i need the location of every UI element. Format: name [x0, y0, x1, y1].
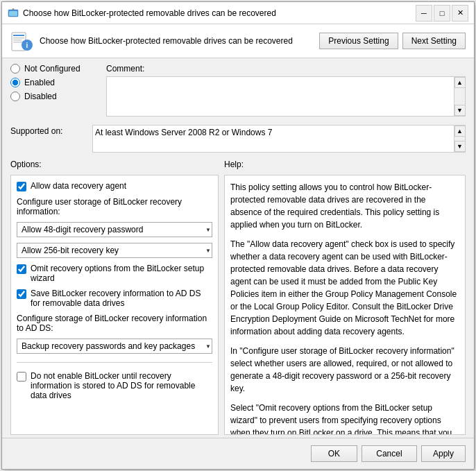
- title-bar-text: Choose how BitLocker-protected removable…: [23, 8, 411, 18]
- supported-label: Supported on:: [10, 126, 87, 136]
- checkbox-do-not-enable[interactable]: Do not enable BitLocker until recovery i…: [17, 371, 212, 400]
- dropdown-backup[interactable]: Backup recovery passwords and key packag…: [17, 339, 212, 354]
- comment-scrollbar: ▲ ▼: [454, 77, 465, 116]
- dropdown-key[interactable]: Allow 256-bit recovery key Require 256-b…: [17, 243, 212, 258]
- radio-not-configured-label: Not Configured: [24, 64, 80, 74]
- svg-point-2: [12, 8, 15, 10]
- main-panels: Options: Allow data recovery agent Confi…: [2, 157, 474, 438]
- radio-disabled-input[interactable]: [10, 92, 20, 101]
- policy-icon: i: [10, 30, 33, 52]
- supported-box: At least Windows Server 2008 R2 or Windo…: [92, 125, 466, 153]
- svg-text:i: i: [26, 42, 28, 49]
- svg-rect-6: [13, 40, 22, 41]
- configure-ad-label: Configure storage of BitLocker recovery …: [17, 314, 212, 333]
- supported-scrollbar: ▲ ▼: [454, 126, 465, 152]
- help-paragraph-4: Select "Omit recovery options from the B…: [230, 402, 459, 435]
- svg-rect-1: [9, 11, 17, 16]
- radio-disabled[interactable]: Disabled: [10, 92, 101, 101]
- svg-rect-5: [13, 37, 24, 39]
- checkbox-omit-recovery[interactable]: Omit recovery options from the BitLocker…: [17, 264, 212, 283]
- radio-group: Not Configured Enabled Disabled: [10, 64, 101, 117]
- checkbox-save-adds[interactable]: Save BitLocker recovery information to A…: [17, 289, 212, 308]
- header-buttons: Previous Setting Next Setting: [319, 33, 466, 49]
- minimize-button[interactable]: ─: [416, 5, 432, 22]
- help-panel: Help: This policy setting allows you to …: [224, 160, 466, 435]
- options-header: Options:: [10, 160, 219, 169]
- options-content: Allow data recovery agent Configure user…: [10, 175, 219, 435]
- help-header: Help:: [224, 160, 466, 169]
- help-paragraph-1: This policy setting allows you to contro…: [230, 181, 459, 231]
- header-section: i Choose how BitLocker-protected removab…: [2, 24, 474, 58]
- checkbox-allow-agent-input[interactable]: [17, 182, 26, 191]
- help-content: This policy setting allows you to contro…: [224, 175, 466, 435]
- ok-button[interactable]: OK: [311, 445, 357, 462]
- checkbox-do-not-enable-input[interactable]: [17, 372, 26, 382]
- options-divider: [17, 362, 212, 363]
- title-bar: Choose how BitLocker-protected removable…: [2, 2, 474, 24]
- radio-not-configured-input[interactable]: [10, 64, 20, 74]
- bottom-bar: OK Cancel Apply: [2, 438, 474, 469]
- radio-enabled-label: Enabled: [24, 78, 55, 87]
- dropdown-password[interactable]: Allow 48-digit recovery password Require…: [17, 222, 212, 237]
- checkbox-do-not-enable-label: Do not enable BitLocker until recovery i…: [31, 371, 212, 400]
- svg-rect-4: [13, 35, 24, 36]
- radio-not-configured[interactable]: Not Configured: [10, 64, 101, 74]
- cancel-button[interactable]: Cancel: [362, 445, 417, 462]
- radio-enabled[interactable]: Enabled: [10, 78, 101, 87]
- options-panel: Options: Allow data recovery agent Confi…: [10, 160, 219, 435]
- maximize-button[interactable]: □: [434, 5, 450, 22]
- supported-scroll-up[interactable]: ▲: [454, 126, 466, 137]
- comment-section: Comment: ▲ ▼: [106, 64, 466, 117]
- configure-user-label: Configure user storage of BitLocker reco…: [17, 197, 212, 216]
- apply-button[interactable]: Apply: [421, 445, 466, 462]
- checkbox-save-adds-input[interactable]: [17, 289, 26, 299]
- radio-enabled-input[interactable]: [10, 78, 20, 87]
- dropdown-backup-wrapper: Backup recovery passwords and key packag…: [17, 339, 212, 354]
- comment-box: ▲ ▼: [106, 76, 466, 117]
- help-paragraph-2: The "Allow data recovery agent" check bo…: [230, 238, 459, 338]
- radio-disabled-label: Disabled: [24, 92, 57, 101]
- previous-setting-button[interactable]: Previous Setting: [319, 33, 398, 49]
- checkbox-omit-recovery-input[interactable]: [17, 264, 26, 274]
- comment-scroll-down[interactable]: ▼: [454, 105, 466, 116]
- checkbox-allow-agent-label: Allow data recovery agent: [31, 181, 126, 191]
- close-button[interactable]: ✕: [452, 5, 468, 22]
- supported-section: Supported on: At least Windows Server 20…: [2, 122, 474, 157]
- title-bar-controls: ─ □ ✕: [416, 5, 468, 22]
- comment-label: Comment:: [106, 64, 466, 74]
- next-setting-button[interactable]: Next Setting: [402, 33, 466, 49]
- header-text: Choose how BitLocker-protected removable…: [40, 36, 312, 46]
- supported-scroll-down[interactable]: ▼: [454, 141, 466, 152]
- checkbox-allow-agent[interactable]: Allow data recovery agent: [17, 181, 212, 191]
- help-paragraph-3: In "Configure user storage of BitLocker …: [230, 345, 459, 395]
- supported-text: At least Windows Server 2008 R2 or Windo…: [95, 128, 272, 137]
- checkbox-save-adds-label: Save BitLocker recovery information to A…: [31, 289, 212, 308]
- main-dialog: Choose how BitLocker-protected removable…: [1, 1, 475, 470]
- title-bar-icon: [8, 8, 19, 19]
- dropdown-key-wrapper: Allow 256-bit recovery key Require 256-b…: [17, 243, 212, 258]
- top-section: Not Configured Enabled Disabled Comment:…: [2, 58, 474, 122]
- svg-rect-7: [13, 42, 23, 43]
- comment-scroll-up[interactable]: ▲: [454, 77, 466, 88]
- checkbox-omit-recovery-label: Omit recovery options from the BitLocker…: [31, 264, 212, 283]
- dropdown-password-wrapper: Allow 48-digit recovery password Require…: [17, 222, 212, 237]
